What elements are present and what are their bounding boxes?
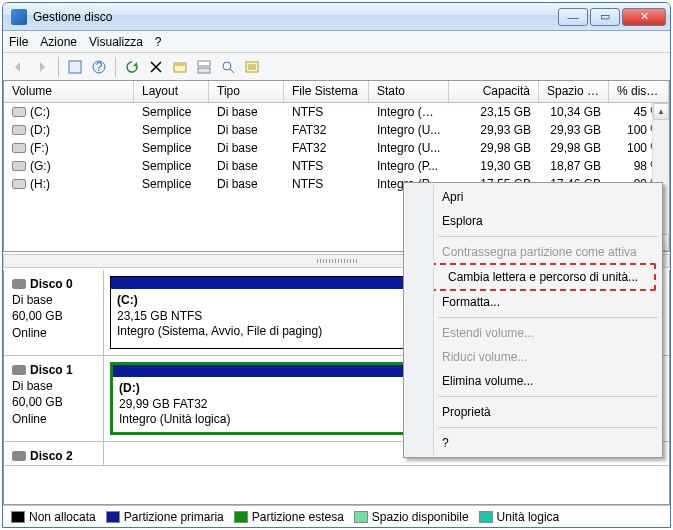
col-stato[interactable]: Stato	[369, 81, 449, 102]
settings-icon[interactable]	[169, 56, 191, 78]
help-button[interactable]: ?	[88, 56, 110, 78]
table-row[interactable]: (G:) Semplice Di base NTFS Integro (P...…	[4, 157, 669, 175]
ctx-shrink: Riduci volume...	[406, 345, 660, 369]
drive-icon	[12, 161, 26, 171]
ctx-help[interactable]: ?	[406, 431, 660, 455]
legend-free: Spazio disponibile	[372, 510, 469, 524]
legend-unalloc: Non allocata	[29, 510, 96, 524]
list-icon[interactable]	[241, 56, 263, 78]
col-cap[interactable]: Capacità	[449, 81, 539, 102]
context-menu: Apri Esplora Contrassegna partizione com…	[403, 182, 663, 458]
col-layout[interactable]: Layout	[134, 81, 209, 102]
col-volume[interactable]: Volume	[4, 81, 134, 102]
menu-help[interactable]: ?	[155, 35, 162, 49]
ctx-open[interactable]: Apri	[406, 185, 660, 209]
view-top-icon[interactable]	[193, 56, 215, 78]
table-header: Volume Layout Tipo File Sistema Stato Ca…	[4, 81, 669, 103]
ctx-mark-active: Contrassegna partizione come attiva	[406, 240, 660, 264]
drive-icon	[12, 179, 26, 189]
ctx-extend: Estendi volume...	[406, 321, 660, 345]
back-button[interactable]	[7, 56, 29, 78]
delete-icon[interactable]	[145, 56, 167, 78]
svg-rect-5	[198, 68, 210, 73]
col-fs[interactable]: File Sistema	[284, 81, 369, 102]
drive-icon	[12, 107, 26, 117]
close-button[interactable]: ✕	[622, 8, 666, 26]
disk-label[interactable]: Disco 0Di base60,00 GBOnline	[4, 270, 104, 355]
svg-rect-0	[69, 61, 81, 73]
properties-button[interactable]	[64, 56, 86, 78]
window-title: Gestione disco	[33, 10, 558, 24]
col-pct[interactable]: % dispon...	[609, 81, 669, 102]
disk-label[interactable]: Disco 2	[4, 442, 104, 465]
app-icon	[11, 9, 27, 25]
menu-azione[interactable]: Azione	[40, 35, 77, 49]
disk-management-window: Gestione disco — ▭ ✕ File Azione Visuali…	[2, 2, 671, 528]
legend-logical: Unità logica	[497, 510, 560, 524]
ctx-properties[interactable]: Proprietà	[406, 400, 660, 424]
svg-point-6	[223, 62, 231, 70]
col-tipo[interactable]: Tipo	[209, 81, 284, 102]
table-row[interactable]: (F:) Semplice Di base FAT32 Integro (U..…	[4, 139, 669, 157]
menu-file[interactable]: File	[9, 35, 28, 49]
ctx-delete[interactable]: Elimina volume...	[406, 369, 660, 393]
legend: Non allocata Partizione primaria Partizi…	[3, 505, 670, 527]
table-row[interactable]: (D:) Semplice Di base FAT32 Integro (U..…	[4, 121, 669, 139]
ctx-change-letter[interactable]: Cambia lettera e percorso di unità...	[412, 265, 654, 289]
legend-primary: Partizione primaria	[124, 510, 224, 524]
ctx-format[interactable]: Formatta...	[406, 290, 660, 314]
disk-icon	[12, 451, 26, 461]
minimize-button[interactable]: —	[558, 8, 588, 26]
drive-icon	[12, 143, 26, 153]
titlebar: Gestione disco — ▭ ✕	[3, 3, 670, 31]
disk-label[interactable]: Disco 1Di base60,00 GBOnline	[4, 356, 104, 441]
col-free[interactable]: Spazio d...	[539, 81, 609, 102]
svg-rect-4	[198, 61, 210, 66]
svg-rect-3	[174, 63, 186, 72]
disk-icon	[12, 365, 26, 375]
maximize-button[interactable]: ▭	[590, 8, 620, 26]
ctx-explore[interactable]: Esplora	[406, 209, 660, 233]
partition[interactable]: (C:)23,15 GB NTFSIntegro (Sistema, Avvio…	[110, 276, 409, 349]
forward-button[interactable]	[31, 56, 53, 78]
disk-icon	[12, 279, 26, 289]
legend-extended: Partizione estesa	[252, 510, 344, 524]
drive-icon	[12, 125, 26, 135]
menu-visualizza[interactable]: Visualizza	[89, 35, 143, 49]
refresh-button[interactable]	[121, 56, 143, 78]
view-icon[interactable]	[217, 56, 239, 78]
toolbar: ?	[3, 53, 670, 81]
table-row[interactable]: (C:) Semplice Di base NTFS Integro (Si..…	[4, 103, 669, 121]
menubar: File Azione Visualizza ?	[3, 31, 670, 53]
svg-text:?: ?	[96, 60, 103, 74]
